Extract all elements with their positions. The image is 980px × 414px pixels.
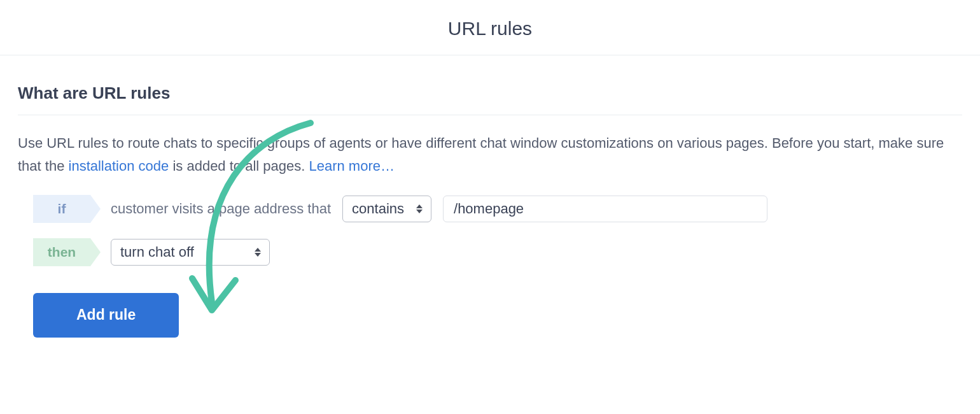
description-text-mid: is added to all pages. — [172, 158, 309, 174]
action-select[interactable]: turn chat off — [111, 239, 270, 266]
match-operator-value: contains — [352, 201, 404, 217]
rule-if-row: if customer visits a page address that c… — [18, 195, 962, 223]
add-rule-button[interactable]: Add rule — [33, 293, 179, 338]
then-tag: then — [33, 238, 90, 266]
installation-code-link[interactable]: installation code — [69, 158, 169, 174]
updown-icon — [414, 204, 424, 213]
updown-icon — [253, 248, 263, 257]
if-tag-label: if — [58, 201, 66, 217]
section-description: Use URL rules to route chats to specific… — [18, 115, 947, 191]
if-tag: if — [33, 195, 90, 223]
action-select-value: turn chat off — [120, 244, 194, 261]
learn-more-link[interactable]: Learn more… — [309, 158, 395, 174]
page-title: URL rules — [0, 0, 980, 55]
condition-text: customer visits a page address that — [111, 201, 331, 217]
then-tag-label: then — [48, 245, 76, 260]
section-heading: What are URL rules — [18, 55, 962, 115]
rule-then-row: then turn chat off — [18, 238, 962, 266]
url-value-input[interactable] — [443, 196, 767, 222]
match-operator-select[interactable]: contains — [342, 196, 431, 222]
